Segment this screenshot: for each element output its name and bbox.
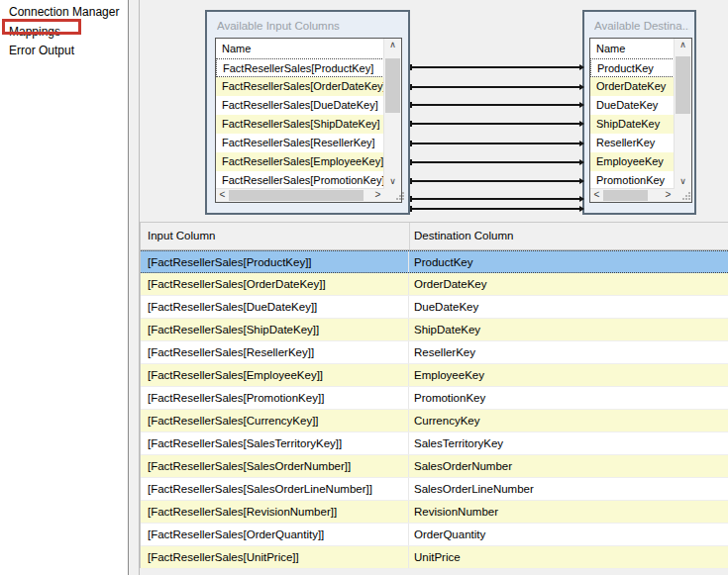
- destination-column-cell[interactable]: SalesOrderNumber: [409, 455, 728, 477]
- input-column-item[interactable]: FactResellerSales[OrderDateKey]: [216, 77, 384, 96]
- mapping-row[interactable]: [FactResellerSales[OrderDateKey]] OrderD…: [141, 273, 728, 296]
- destination-column-cell[interactable]: RevisionNumber: [409, 501, 728, 523]
- mapping-connector-line[interactable]: [410, 180, 582, 182]
- input-column-cell[interactable]: [FactResellerSales[CurrencyKey]]: [141, 410, 409, 431]
- input-column-cell[interactable]: [FactResellerSales[OrderQuantity]]: [141, 524, 409, 545]
- mappings-table: Input Column Destination Column [FactRes…: [140, 222, 728, 568]
- input-column-cell[interactable]: [FactResellerSales[EmployeeKey]]: [141, 364, 409, 386]
- mapping-connector-line[interactable]: [410, 198, 582, 200]
- destination-column-cell[interactable]: OrderQuantity: [409, 524, 728, 545]
- destination-column-header: Destination Column: [414, 223, 513, 249]
- mapping-row[interactable]: [FactResellerSales[RevisionNumber]] Revi…: [141, 501, 728, 524]
- destination-column-item[interactable]: OrderDateKey: [590, 77, 675, 96]
- input-column-item[interactable]: FactResellerSales[PromotionKey]: [216, 171, 384, 189]
- destination-column-cell[interactable]: OrderDateKey: [409, 273, 728, 295]
- input-column-cell[interactable]: [FactResellerSales[ResellerKey]]: [141, 341, 409, 363]
- mapping-row[interactable]: [FactResellerSales[ShipDateKey]] ShipDat…: [141, 319, 728, 341]
- mapping-connector-line[interactable]: [410, 66, 582, 68]
- resize-grip-icon[interactable]: [402, 198, 404, 200]
- sidebar-item[interactable]: Mappings: [0, 23, 128, 43]
- destination-column-item[interactable]: ResellerKey: [590, 134, 675, 152]
- available-input-columns-box[interactable]: Available Input Columns Name FactReselle…: [205, 10, 410, 215]
- scrollbar-corner: [675, 189, 691, 202]
- mapping-row[interactable]: [FactResellerSales[SalesTerritoryKey]] S…: [141, 432, 728, 455]
- available-destination-columns-box[interactable]: Available Destina... Name ProductKey Ord…: [582, 10, 696, 215]
- scrollbar-thumb[interactable]: [603, 190, 648, 201]
- destination-column-item[interactable]: PromotionKey: [590, 171, 675, 189]
- destination-column-item[interactable]: EmployeeKey: [590, 152, 675, 171]
- mapping-row[interactable]: [FactResellerSales[ResellerKey]] Reselle…: [141, 341, 728, 364]
- mapping-connector-line[interactable]: [410, 143, 582, 144]
- destination-column-cell[interactable]: ShipDateKey: [409, 319, 728, 340]
- available-destination-columns-title: Available Destina...: [594, 20, 689, 32]
- destination-columns-list: Name ProductKey OrderDateKey DueDateKey …: [589, 38, 692, 203]
- horizontal-scrollbar[interactable]: < >: [216, 188, 384, 202]
- destination-column-cell[interactable]: UnitPrice: [409, 546, 728, 568]
- input-column-item[interactable]: FactResellerSales[EmployeeKey]: [216, 152, 384, 171]
- input-column-cell[interactable]: [FactResellerSales[SalesOrderLineNumber]…: [141, 478, 409, 500]
- scroll-down-icon[interactable]: ∨: [384, 175, 401, 189]
- scrollbar-thumb[interactable]: [229, 190, 364, 201]
- resize-grip-icon[interactable]: [688, 198, 690, 200]
- input-columns-rows: FactResellerSales[ProductKey] FactResell…: [216, 58, 384, 189]
- input-column-cell[interactable]: [FactResellerSales[OrderDateKey]]: [141, 273, 409, 295]
- mapping-connector-line[interactable]: [410, 104, 582, 106]
- input-column-header: Input Column: [148, 223, 215, 249]
- mapping-row[interactable]: [FactResellerSales[UnitPrice]] UnitPrice: [141, 546, 728, 569]
- scroll-right-icon[interactable]: >: [662, 189, 675, 202]
- mapping-connector-line[interactable]: [410, 86, 582, 88]
- input-column-cell[interactable]: [FactResellerSales[SalesOrderNumber]]: [141, 455, 409, 477]
- mapping-connector-line[interactable]: [410, 123, 582, 125]
- scrollbar-thumb[interactable]: [385, 58, 400, 113]
- mapping-row[interactable]: [FactResellerSales[EmployeeKey]] Employe…: [141, 364, 728, 387]
- scroll-up-icon[interactable]: ∧: [384, 39, 401, 52]
- input-column-cell[interactable]: [FactResellerSales[DueDateKey]]: [141, 296, 409, 318]
- mapping-connector-line[interactable]: [410, 161, 582, 163]
- scroll-right-icon[interactable]: >: [371, 189, 384, 202]
- input-columns-list: Name FactResellerSales[ProductKey] FactR…: [215, 38, 402, 203]
- input-column-cell[interactable]: [FactResellerSales[UnitPrice]]: [141, 546, 409, 568]
- mapping-row[interactable]: [FactResellerSales[CurrencyKey]] Currenc…: [141, 410, 728, 432]
- input-column-cell[interactable]: [FactResellerSales[ShipDateKey]]: [141, 319, 409, 340]
- destination-column-cell[interactable]: PromotionKey: [409, 387, 728, 409]
- destination-column-item[interactable]: DueDateKey: [590, 96, 675, 115]
- destination-column-cell[interactable]: SalesTerritoryKey: [409, 432, 728, 454]
- sidebar-item[interactable]: Error Output: [0, 42, 128, 61]
- destination-column-cell[interactable]: CurrencyKey: [409, 410, 728, 431]
- mapping-row[interactable]: [FactResellerSales[PromotionKey]] Promot…: [141, 387, 728, 410]
- destination-column-cell[interactable]: SalesOrderLineNumber: [409, 478, 728, 500]
- vertical-scrollbar[interactable]: ∧ ∨: [674, 39, 691, 189]
- destination-column-cell[interactable]: ResellerKey: [409, 341, 728, 363]
- scroll-down-icon[interactable]: ∨: [675, 175, 691, 189]
- scroll-left-icon[interactable]: <: [216, 189, 229, 202]
- page-list-sidebar: Connection Manager Mappings Error Output: [0, 0, 129, 575]
- sidebar-item[interactable]: Connection Manager: [0, 3, 128, 23]
- input-column-cell[interactable]: [FactResellerSales[PromotionKey]]: [141, 387, 409, 409]
- mapping-row[interactable]: [FactResellerSales[ProductKey]] ProductK…: [141, 250, 728, 273]
- input-column-cell[interactable]: [FactResellerSales[SalesTerritoryKey]]: [141, 432, 409, 454]
- scroll-left-icon[interactable]: <: [590, 189, 603, 202]
- name-column-header: Name: [216, 39, 384, 58]
- horizontal-scrollbar[interactable]: < >: [590, 188, 675, 202]
- mappings-table-body: [FactResellerSales[ProductKey]] ProductK…: [141, 250, 728, 569]
- mapping-connector-line[interactable]: [410, 208, 582, 210]
- mapping-row[interactable]: [FactResellerSales[SalesOrderLineNumber]…: [141, 478, 728, 501]
- mapping-row[interactable]: [FactResellerSales[SalesOrderNumber]] Sa…: [141, 455, 728, 478]
- vertical-scrollbar[interactable]: ∧ ∨: [383, 39, 401, 189]
- destination-column-cell[interactable]: DueDateKey: [409, 296, 728, 318]
- destination-column-cell[interactable]: ProductKey: [409, 251, 728, 272]
- input-column-item[interactable]: FactResellerSales[DueDateKey]: [216, 96, 384, 115]
- scroll-up-icon[interactable]: ∧: [675, 39, 691, 52]
- input-column-item[interactable]: FactResellerSales[ProductKey]: [216, 58, 384, 77]
- scrollbar-thumb[interactable]: [676, 56, 690, 114]
- input-column-cell[interactable]: [FactResellerSales[ProductKey]]: [141, 251, 409, 272]
- input-column-item[interactable]: FactResellerSales[ShipDateKey]: [216, 115, 384, 134]
- destination-column-cell[interactable]: EmployeeKey: [409, 364, 728, 386]
- scrollbar-corner: [384, 189, 401, 202]
- input-column-item[interactable]: FactResellerSales[ResellerKey]: [216, 134, 384, 152]
- input-column-cell[interactable]: [FactResellerSales[RevisionNumber]]: [141, 501, 409, 523]
- destination-column-item[interactable]: ProductKey: [590, 58, 675, 77]
- mapping-row[interactable]: [FactResellerSales[OrderQuantity]] Order…: [141, 524, 728, 546]
- mapping-row[interactable]: [FactResellerSales[DueDateKey]] DueDateK…: [141, 296, 728, 319]
- destination-column-item[interactable]: ShipDateKey: [590, 115, 675, 134]
